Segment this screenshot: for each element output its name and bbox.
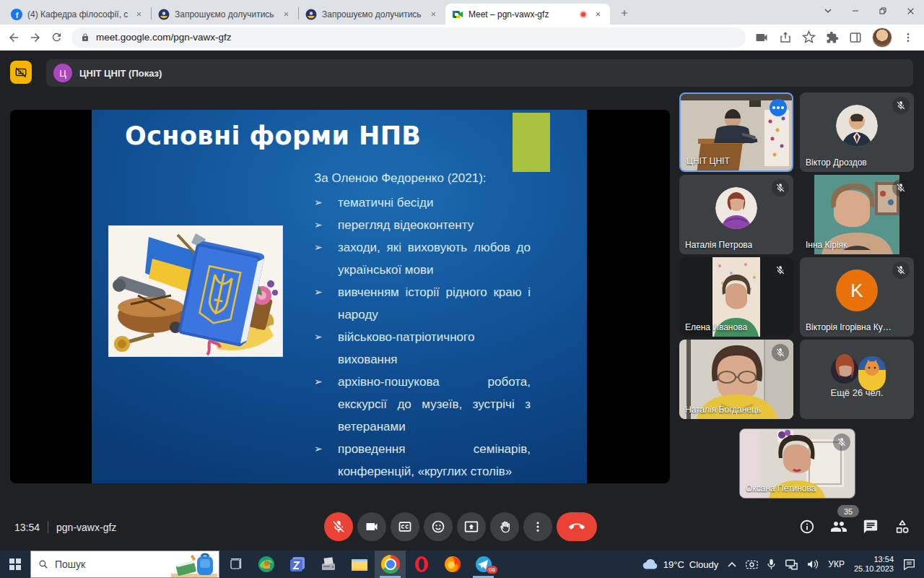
participant-name: Віктор Дроздов xyxy=(806,158,867,168)
tray-expand-icon[interactable] xyxy=(728,561,736,567)
forward-button[interactable] xyxy=(29,31,42,44)
new-tab-button[interactable] xyxy=(614,3,635,23)
windows-taskbar: Пошук 08 19°C Cloudy xyxy=(0,551,924,578)
call-controls xyxy=(324,512,597,541)
tray-date: 25.10.2023 xyxy=(854,564,894,574)
more-options-button[interactable] xyxy=(523,512,552,541)
captions-button[interactable] xyxy=(391,512,419,541)
chrome-app-icon[interactable] xyxy=(375,551,406,578)
raise-hand-button[interactable] xyxy=(490,512,519,541)
tab-meet-active[interactable]: Meet – pgn-vawx-gfz xyxy=(445,4,610,25)
taskbar-weather[interactable]: 19°C Cloudy xyxy=(642,558,719,570)
end-call-button[interactable] xyxy=(557,512,597,541)
restore-button[interactable] xyxy=(869,0,897,22)
bullet-item: ➢військово-патріотичного виховання xyxy=(314,326,531,371)
edge-app-icon[interactable] xyxy=(250,551,282,578)
telegram-badge: 08 xyxy=(487,566,497,574)
participant-avatar xyxy=(715,187,757,229)
telegram-app-icon[interactable]: 08 xyxy=(468,551,499,578)
file-explorer-icon[interactable] xyxy=(344,551,375,578)
participant-tile[interactable]: Наталія Богданець xyxy=(679,340,793,419)
tab-close-icon[interactable] xyxy=(280,9,292,20)
language-indicator[interactable]: УКР xyxy=(828,559,845,569)
back-button[interactable] xyxy=(7,31,20,44)
more-participants-avatars xyxy=(800,340,914,419)
mic-off-icon xyxy=(772,262,789,279)
tab-search-icon[interactable] xyxy=(814,0,842,22)
participant-tile[interactable]: Інна Кіріяк xyxy=(800,175,914,254)
bullet-item: ➢архівно-пошукова робота, екскурсії до м… xyxy=(314,371,531,438)
participant-tile[interactable]: ЦНІТ ЦНІТ xyxy=(679,92,793,172)
participant-name: Інна Кіріяк xyxy=(806,240,847,250)
mic-off-icon xyxy=(833,434,850,451)
tab-facebook[interactable]: f (4) Кафедра філософії, соціоло xyxy=(4,4,151,25)
extensions-icon[interactable] xyxy=(826,31,839,44)
university-emblem-icon xyxy=(158,9,170,20)
participant-tile[interactable]: Наталія Петрова xyxy=(679,175,793,254)
keyboard-off-icon xyxy=(14,66,27,79)
presentation-tile[interactable]: Основні форми НПВ За Оленою Федоренко (2… xyxy=(10,110,670,483)
tab-invite-2[interactable]: Запрошуємо долучитись до за xyxy=(299,4,445,25)
lock-icon xyxy=(81,33,90,42)
browser-tab-strip: f (4) Кафедра філософії, соціоло Запрошу… xyxy=(0,0,924,25)
chat-panel-button[interactable] xyxy=(856,512,885,541)
browser-toolbar: meet.google.com/pgn-vawx-gfz xyxy=(0,25,924,51)
taskbar-search-box[interactable]: Пошук xyxy=(30,551,219,578)
mic-off-icon xyxy=(772,344,789,361)
presenting-banner[interactable]: Ц ЦНІТ ЦНІТ (Показ) xyxy=(46,59,913,87)
participant-name: Наталія Богданець xyxy=(685,405,761,415)
clock-text: 13:54 xyxy=(14,522,40,533)
profile-avatar[interactable] xyxy=(872,27,892,48)
self-view-tile[interactable]: Оксана Петинова xyxy=(739,428,855,499)
reload-button[interactable] xyxy=(51,31,63,43)
task-view-button[interactable] xyxy=(219,551,250,578)
cloud-icon xyxy=(642,558,658,570)
opera-app-icon[interactable] xyxy=(406,551,437,578)
tray-mic-icon[interactable] xyxy=(767,558,775,570)
share-icon[interactable] xyxy=(779,31,792,44)
participant-name: ЦНІТ ЦНІТ xyxy=(687,156,730,166)
network-icon[interactable] xyxy=(785,559,798,570)
firefox-app-icon[interactable] xyxy=(437,551,468,578)
browser-menu-icon[interactable] xyxy=(902,32,914,43)
address-bar[interactable]: meet.google.com/pgn-vawx-gfz xyxy=(71,27,746,48)
bullet-item: ➢перегляд відеоконтенту xyxy=(314,214,531,236)
minimize-button[interactable] xyxy=(842,0,869,22)
taskbar-clock[interactable]: 13:54 25.10.2023 xyxy=(854,555,894,574)
bookmark-star-icon[interactable] xyxy=(802,30,816,44)
mic-mute-button[interactable] xyxy=(324,512,353,541)
svg-text:f: f xyxy=(16,10,19,19)
reactions-button[interactable] xyxy=(424,512,453,541)
tab-close-icon[interactable] xyxy=(592,9,603,20)
university-emblem-icon xyxy=(305,9,317,20)
meeting-details-button[interactable] xyxy=(793,512,821,541)
recording-indicator-icon xyxy=(580,11,587,18)
participant-name: Елена Иванова xyxy=(685,322,747,332)
presentation-chip[interactable] xyxy=(10,61,32,84)
camera-button[interactable] xyxy=(357,512,386,541)
side-panel-icon[interactable] xyxy=(849,31,862,44)
volume-icon[interactable] xyxy=(807,559,819,569)
tab-invite-1[interactable]: Запрошуємо долучитись до за xyxy=(152,4,298,25)
screen-record-icon[interactable] xyxy=(746,559,758,570)
participant-tile[interactable]: Елена Иванова xyxy=(679,257,793,337)
fax-app-icon[interactable] xyxy=(313,551,344,578)
window-controls xyxy=(814,0,924,22)
activities-button[interactable] xyxy=(888,512,917,541)
tray-time: 13:54 xyxy=(854,555,894,564)
more-participants-tile[interactable]: Ещё 26 чел. xyxy=(800,340,914,419)
bullet-item: ➢вивченням історії рідного краю і народу xyxy=(314,281,531,326)
tab-close-icon[interactable] xyxy=(427,9,439,20)
participant-avatar xyxy=(836,105,878,147)
participant-tile[interactable]: Віктор Дроздов xyxy=(800,92,914,172)
updater-app-icon[interactable] xyxy=(282,551,313,578)
tab-close-icon[interactable] xyxy=(133,9,144,20)
action-center-icon[interactable] xyxy=(903,558,915,571)
tab-title: Meet – pgn-vawx-gfz xyxy=(468,9,575,20)
participant-tile[interactable]: K Вікторія Ігорівна Ку… xyxy=(800,257,914,337)
present-screen-button[interactable] xyxy=(457,512,486,541)
participant-count-badge: 35 xyxy=(837,505,859,517)
camera-in-use-icon[interactable] xyxy=(754,30,769,45)
start-button[interactable] xyxy=(0,551,30,578)
close-window-button[interactable] xyxy=(897,0,924,22)
